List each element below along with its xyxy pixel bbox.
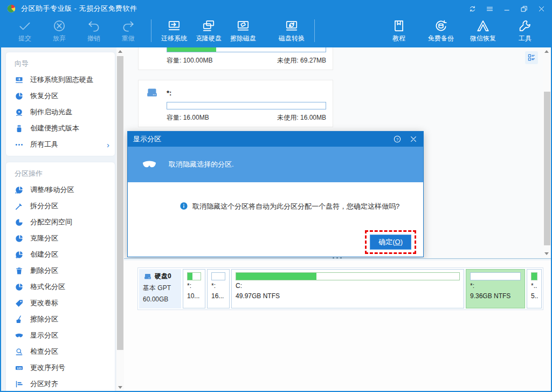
sidebar-item-label: 分配空闲空间	[30, 217, 72, 227]
splitter-dots-icon	[332, 257, 343, 259]
menu-icon[interactable]	[486, 5, 494, 13]
capacity-label: 容量:	[167, 57, 181, 64]
partition-card[interactable]: *:容量: 100.00MB未使用: 69.27MB	[138, 47, 333, 70]
toolbar-group: 教程免费备份微信恢复工具	[382, 18, 542, 44]
dialog-close-icon[interactable]	[409, 135, 418, 143]
titlebar: 分区助手专业版 - 无损分区免费软件	[1, 1, 551, 16]
sidebar-item-label: 拆分分区	[30, 201, 58, 211]
book-icon	[392, 19, 406, 33]
sidebar-item-label: 更改卷标	[30, 298, 58, 308]
partition-block[interactable]: *:16...	[207, 269, 230, 308]
close-icon[interactable]	[537, 5, 546, 13]
partition-stats: 容量: 100.00MB未使用: 69.27MB	[167, 56, 326, 65]
capacity-text: 容量: 16.00MB	[167, 113, 209, 122]
sidebar-item-recover-partition[interactable]: 恢复分区	[6, 88, 115, 104]
sidebar-item-delete-partition[interactable]: 删除分区	[6, 263, 115, 279]
partition-block[interactable]: C:49.97GB NTFS	[231, 269, 464, 308]
sidebar-section-title: 分区操作	[6, 166, 115, 182]
toolbar-button-backup[interactable]: 免费备份	[424, 18, 458, 44]
allocate-space-icon	[15, 218, 24, 227]
sidebar-item-label: 创建便携式版本	[30, 123, 79, 133]
drive-convert-icon	[285, 19, 299, 33]
dialog-help-icon[interactable]: ?	[393, 135, 402, 143]
splitter-handle[interactable]	[124, 258, 551, 260]
toolbar-button-wrench[interactable]: 工具	[508, 18, 542, 44]
sidebar-item-create-partition[interactable]: 创建分区	[6, 246, 115, 263]
partition-letter: *..	[531, 282, 537, 290]
unused-value: 69.27MB	[300, 57, 326, 64]
capacity-label: 容量:	[167, 114, 181, 121]
sidebar-item-resize-move[interactable]: 调整/移动分区	[6, 182, 115, 198]
sidebar-scrollbar[interactable]	[116, 47, 124, 391]
main-scrollbar[interactable]	[543, 47, 551, 258]
view-toggle-button[interactable]	[525, 51, 538, 64]
usage-bar-fill	[188, 273, 192, 280]
sidebar-item-change-serial[interactable]: 123更改序列号	[6, 360, 115, 376]
info-icon	[180, 202, 188, 210]
sidebar-item-clone-partition[interactable]: 克隆分区	[6, 230, 115, 246]
partition-block[interactable]: *:9.36GB NTFS	[466, 269, 525, 308]
all-tools-icon	[15, 140, 24, 149]
sidebar-item-split-partition[interactable]: 拆分分区	[6, 198, 115, 214]
sidebar-item-bootable-disc[interactable]: 制作启动光盘	[6, 104, 115, 120]
partition-size-info: 10...	[187, 292, 201, 300]
toolbar-group: 迁移系统克隆硬盘擦除磁盘磁盘转换	[157, 18, 309, 44]
partition-align-icon	[15, 380, 24, 389]
toolbar-button-label: 重做	[122, 34, 135, 43]
sidebar-item-label: 调整/移动分区	[30, 185, 74, 195]
toolbar-button-label: 提交	[18, 34, 31, 43]
scroll-up-icon[interactable]	[543, 47, 550, 55]
content: 向导迁移系统到固态硬盘恢复分区制作启动光盘创建便携式版本所有工具›分区操作调整/…	[1, 47, 551, 391]
partition-block[interactable]: *:10...	[183, 269, 205, 308]
migrate-os-icon	[15, 75, 24, 85]
sidebar-item-all-tools[interactable]: 所有工具›	[6, 136, 115, 153]
toolbar-button-undo[interactable]: 撤销	[77, 18, 111, 44]
sidebar-item-check-partition[interactable]: 检查分区	[6, 343, 115, 360]
restore-icon[interactable]	[520, 5, 528, 13]
sidebar-item-label: 制作启动光盘	[30, 107, 72, 117]
toolbar-button-drive-erase[interactable]: 擦除磁盘	[226, 18, 260, 44]
sidebar-item-partition-align[interactable]: 分区对齐	[6, 376, 115, 391]
scroll-down-icon[interactable]	[543, 250, 550, 257]
toolbar-button-label: 教程	[392, 34, 405, 43]
sidebar-item-portable-version[interactable]: 创建便携式版本	[6, 120, 115, 136]
scroll-down-icon[interactable]	[116, 383, 124, 391]
capacity-value: 16.00MB	[183, 114, 209, 121]
toolbar-button-label: 克隆硬盘	[196, 34, 222, 43]
toolbar-button-book[interactable]: 教程	[382, 18, 416, 44]
toolbar-button-drive-clone[interactable]: 克隆硬盘	[191, 18, 226, 44]
toolbar-button-drive-convert[interactable]: 磁盘转换	[274, 18, 309, 44]
sidebar-scroll-thumb[interactable]	[117, 56, 123, 350]
sidebar-item-allocate-space[interactable]: 分配空闲空间	[6, 214, 115, 230]
format-partition-icon	[15, 283, 24, 292]
recover-partition-icon	[15, 92, 24, 101]
toolbar-button-drive-arrow[interactable]: 迁移系统	[157, 18, 191, 44]
sidebar-item-wipe-partition[interactable]: 擦除分区	[6, 311, 115, 327]
unused-text: 未使用: 69.27MB	[277, 56, 326, 65]
create-partition-icon	[15, 250, 24, 259]
sidebar-item-label: 格式化分区	[30, 282, 65, 292]
disk-map-area: 硬盘0基本 GPT60.00GB*:10...*:16...C:49.97GB …	[124, 260, 551, 391]
sidebar-item-format-partition[interactable]: 格式化分区	[6, 279, 115, 295]
toolbar-button-label: 磁盘转换	[279, 34, 305, 43]
minimize-icon[interactable]	[503, 5, 511, 13]
sidebar-item-show-partition[interactable]: 显示分区	[6, 327, 115, 343]
sidebar-item-migrate-os[interactable]: 迁移系统到固态硬盘	[6, 72, 115, 88]
toolbar-separator	[151, 19, 151, 42]
toolbar-button-cancel[interactable]: 放弃	[42, 18, 77, 44]
toolbar-group: 提交放弃撤销重做	[8, 18, 146, 44]
toolbar-button-check[interactable]: 提交	[8, 18, 42, 44]
partition-block[interactable]: *..5..	[527, 269, 542, 308]
unused-text: 未使用: 16.00MB	[277, 113, 326, 122]
sidebar-item-change-label[interactable]: 更改卷标	[6, 295, 115, 311]
sync-icon[interactable]	[468, 5, 477, 13]
partition-card[interactable]: *:容量: 16.00MB未使用: 16.00MB	[138, 80, 333, 127]
toolbar-button-recovery[interactable]: 微信恢复	[466, 18, 500, 44]
scroll-up-icon[interactable]	[116, 47, 124, 55]
drive-erase-icon	[236, 19, 250, 33]
ok-button[interactable]: 确定(O)	[370, 235, 411, 250]
usage-bar	[531, 272, 537, 280]
disk-info-block[interactable]: 硬盘0基本 GPT60.00GB	[139, 269, 181, 308]
toolbar-button-redo[interactable]: 重做	[111, 18, 146, 44]
main-scroll-thumb[interactable]	[544, 92, 550, 245]
